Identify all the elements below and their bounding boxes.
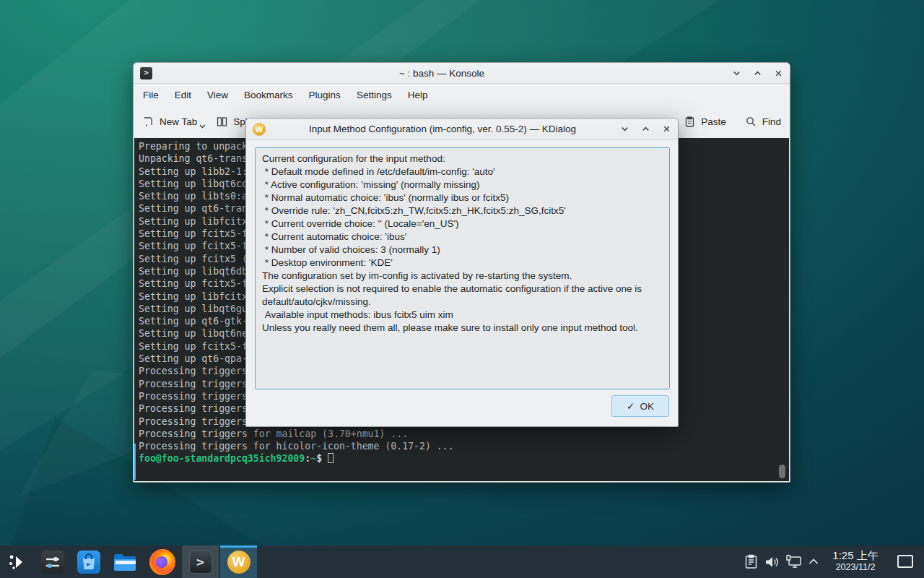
paste-label: Paste (701, 116, 726, 127)
new-tab-label: New Tab (160, 116, 197, 127)
maximize-icon[interactable] (640, 124, 650, 134)
paste-button[interactable]: Paste (684, 116, 726, 128)
kdialog-titlebar[interactable]: W Input Method Configuration (im-config,… (246, 118, 678, 140)
prompt-cwd: ~ (310, 453, 316, 464)
taskbar-task-firefox[interactable] (144, 545, 180, 578)
new-tab-button[interactable]: New Tab (142, 116, 197, 128)
dialog-message-line: * Current automatic choice: 'ibus' (262, 230, 663, 243)
split-view-icon (216, 116, 228, 128)
dialog-button-row: ✓ OK (611, 395, 669, 417)
network-tray-icon (785, 554, 803, 569)
prompt-user-host: foo@foo-standardpcq35ich92009 (139, 453, 305, 464)
paste-icon (684, 116, 696, 128)
dialog-message-line: Current configuration for the input meth… (262, 152, 663, 165)
find-label: Find (762, 116, 781, 127)
dialog-message-line: * Default mode defined in /etc/default/i… (262, 165, 663, 178)
discover-icon (77, 551, 100, 574)
find-icon (745, 116, 757, 128)
dialog-message-line: * Override rule: 'zh_CN,fcitx5:zh_TW,fci… (262, 204, 663, 217)
app-launcher-button[interactable] (3, 545, 32, 578)
menu-item[interactable]: View (199, 87, 236, 103)
network-tray-button[interactable] (783, 545, 805, 578)
menu-item[interactable]: Plugins (301, 87, 349, 103)
dialog-message-line: * Number of valid choices: 3 (normally 1… (262, 243, 663, 256)
kdialog-window-title: Input Method Configuration (im-config, v… (271, 124, 614, 134)
tray-expand-icon (808, 558, 819, 565)
dialog-message-line: The configuration set by im-config is ac… (262, 269, 663, 282)
terminal-line: Processing triggers for hicolor-icon-the… (139, 440, 789, 452)
dialog-message-box: Current configuration for the input meth… (255, 147, 670, 389)
konsole-task-icon: > (189, 551, 212, 574)
system-settings-launcher[interactable] (38, 545, 68, 578)
dialog-message-line: * Desktop environment: 'KDE' (262, 256, 663, 269)
kdialog-w-icon: W (253, 123, 266, 136)
konsole-titlebar[interactable]: > ~ : bash — Konsole (134, 63, 790, 84)
taskbar-panel: > W 1:25 上午 2023/11/2 (0, 545, 924, 578)
ok-check-icon: ✓ (627, 400, 635, 412)
close-icon[interactable] (661, 124, 671, 134)
minimize-icon[interactable] (731, 68, 741, 78)
dolphin-folder-icon (113, 552, 137, 572)
tray-expand-button[interactable] (806, 545, 821, 578)
clock-time: 1:25 上午 (825, 549, 886, 562)
terminal-scrollbar-thumb[interactable] (779, 465, 785, 478)
clipboard-tray-button[interactable] (741, 545, 760, 578)
maximize-icon[interactable] (752, 68, 762, 78)
clipboard-tray-icon (744, 554, 758, 569)
volume-tray-button[interactable] (762, 545, 782, 578)
prompt-dollar: $ (316, 453, 322, 464)
find-button[interactable]: Find (745, 116, 781, 128)
active-task-indicator (220, 545, 257, 548)
terminal-cursor (328, 453, 334, 463)
clock-date: 2023/11/2 (825, 562, 886, 573)
terminal-activity-marker (134, 444, 136, 480)
dialog-message-line: * Current override choice: '' (Locale='e… (262, 217, 663, 230)
konsole-app-icon: > (140, 67, 152, 79)
launcher-icon (7, 552, 27, 572)
dialog-message-line: Explicit selection is not required to en… (262, 282, 663, 309)
menu-item[interactable]: Edit (167, 87, 199, 103)
menu-item[interactable]: Settings (349, 87, 400, 103)
kdialog-task-icon: W (227, 551, 250, 574)
menu-item[interactable]: File (135, 87, 167, 103)
dialog-message-line: * Active configuration: 'missing' (norma… (262, 178, 663, 191)
dialog-message-line: * Normal automatic choice: 'ibus' (norma… (262, 191, 663, 204)
taskbar-task-konsole[interactable]: > (182, 545, 219, 578)
discover-launcher[interactable] (74, 545, 104, 578)
dialog-message-line: Unless you really need them all, please … (262, 322, 663, 335)
konsole-menubar: FileEditViewBookmarksPluginsSettingsHelp (134, 84, 790, 106)
terminal-line: Processing triggers for mailcap (3.70+nm… (139, 428, 789, 440)
dialog-message-line: Available input methods: ibus fcitx5 uim… (262, 309, 663, 322)
dolphin-launcher[interactable] (110, 545, 140, 578)
new-tab-icon (142, 116, 154, 128)
konsole-window-title: ~ : bash — Konsole (158, 68, 725, 79)
show-desktop-button[interactable] (897, 555, 913, 568)
menu-item[interactable]: Bookmarks (236, 87, 301, 103)
prompt-colon: : (305, 453, 310, 464)
kdialog-window: W Input Method Configuration (im-config,… (245, 118, 679, 427)
ok-label: OK (640, 401, 654, 412)
ok-button[interactable]: ✓ OK (611, 395, 669, 417)
chevron-down-icon (199, 120, 206, 131)
menu-item[interactable]: Help (400, 87, 436, 103)
system-settings-icon (41, 551, 64, 574)
firefox-icon (149, 549, 175, 575)
minimize-icon[interactable] (619, 124, 629, 134)
close-icon[interactable] (773, 68, 783, 78)
volume-tray-icon (764, 555, 780, 569)
taskbar-task-kdialog[interactable]: W (220, 545, 257, 578)
terminal-prompt-line: foo@foo-standardpcq35ich92009:~$ (139, 452, 789, 465)
digital-clock[interactable]: 1:25 上午 2023/11/2 (825, 549, 886, 573)
